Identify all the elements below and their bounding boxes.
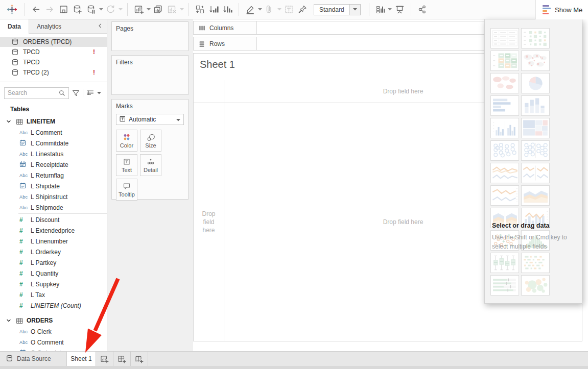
chevron-down-icon[interactable]: [276, 3, 282, 16]
pause-auto-updates-button[interactable]: [84, 3, 98, 16]
show-me-thumbnail-discrete-lines[interactable]: [521, 163, 550, 183]
field-item[interactable]: L Receiptdate: [0, 159, 107, 170]
field-item[interactable]: #L Linenumber: [0, 236, 107, 247]
duplicate-sheet-button[interactable]: [151, 3, 165, 16]
sort-ascending-button[interactable]: [207, 3, 221, 16]
show-me-button[interactable]: Show Me: [535, 0, 588, 19]
swap-rows-columns-button[interactable]: [193, 3, 207, 16]
fit-dropdown[interactable]: Standard: [314, 4, 361, 15]
chevron-down-icon[interactable]: [387, 3, 393, 16]
chevron-down-icon[interactable]: [257, 3, 263, 16]
tab-data[interactable]: Data: [0, 19, 29, 34]
chevron-down-icon[interactable]: [117, 3, 123, 16]
field-item[interactable]: #L Tax: [0, 289, 107, 300]
show-me-thumbnail-filled-map[interactable]: [490, 73, 519, 93]
highlight-button[interactable]: [243, 3, 257, 16]
sort-descending-button[interactable]: [221, 3, 234, 16]
show-me-thumbnail-box-and-whisker[interactable]: [490, 253, 519, 273]
table-header[interactable]: ORDERS: [0, 315, 107, 326]
group-members-button[interactable]: [263, 3, 276, 16]
run-auto-updates-button[interactable]: [104, 3, 117, 16]
show-me-thumbnail-dual-lines[interactable]: [490, 185, 519, 206]
show-me-thumbnail-text-table[interactable]: [490, 28, 519, 48]
color-button[interactable]: Color: [116, 130, 137, 152]
show-me-thumbnail-side-by-side-bars[interactable]: [490, 118, 519, 138]
field-item[interactable]: AbcL Linestatus: [0, 149, 107, 159]
show-mark-labels-button[interactable]: [282, 3, 296, 16]
field-item[interactable]: #L Orderkey: [0, 247, 107, 257]
show-me-thumbnail-symbol-map[interactable]: [521, 51, 550, 71]
mark-type-dropdown[interactable]: Automatic: [116, 114, 184, 125]
show-me-thumbnail-stacked-bars[interactable]: [521, 95, 550, 116]
new-dashboard-button[interactable]: [113, 352, 131, 366]
field-item[interactable]: #L Extendedprice: [0, 225, 107, 236]
abc-icon: Abc: [19, 152, 31, 157]
field-item[interactable]: #L Quantity: [0, 268, 107, 279]
new-worksheet-button[interactable]: [96, 352, 113, 366]
show-me-thumbnail-packed-bubbles[interactable]: [521, 275, 550, 296]
chevron-down-icon[interactable]: [179, 3, 184, 16]
datasource-item[interactable]: TPCD!: [0, 47, 107, 57]
field-item[interactable]: AbcO Clerk: [0, 326, 107, 337]
data-source-tab[interactable]: Data Source: [0, 352, 67, 366]
pages-shelf[interactable]: Pages: [111, 21, 189, 51]
show-me-thumbnail-treemap[interactable]: [521, 118, 550, 138]
sheet1-tab[interactable]: Sheet 1: [67, 352, 96, 366]
field-item[interactable]: O Orderdate: [0, 348, 107, 351]
size-button[interactable]: Size: [140, 130, 161, 152]
redo-button[interactable]: [43, 3, 57, 16]
show-me-thumbnail-heat-map[interactable]: [521, 28, 550, 48]
collapse-pane-button[interactable]: [93, 19, 107, 33]
fix-axes-button[interactable]: [296, 3, 310, 16]
datasource-item[interactable]: ORDERS (TPCD): [0, 37, 107, 47]
field-item[interactable]: AbcO Comment: [0, 337, 107, 348]
chevron-down-icon[interactable]: [349, 5, 360, 15]
view-options-caret-icon[interactable]: [97, 92, 101, 94]
new-story-button[interactable]: [131, 352, 148, 366]
datasource-item[interactable]: TPCD (2)!: [0, 67, 107, 78]
clear-sheet-button[interactable]: [165, 3, 179, 16]
text-button[interactable]: Text: [116, 154, 137, 176]
chevron-down-icon[interactable]: [5, 318, 12, 323]
chevron-down-icon[interactable]: [146, 3, 151, 16]
show-me-thumbnail-gantt-chart[interactable]: [521, 253, 550, 273]
field-item[interactable]: #L Suppkey: [0, 279, 107, 289]
field-item[interactable]: #L Discount: [0, 214, 107, 225]
show-me-thumbnail-pie-chart[interactable]: [521, 73, 550, 93]
drop-zone-rows[interactable]: Drop field here: [194, 103, 224, 341]
show-me-thumbnail-highlight-table[interactable]: [490, 51, 519, 71]
show-me-thumbnail-horizontal-bars[interactable]: [490, 95, 519, 116]
presentation-mode-button[interactable]: [393, 3, 407, 16]
new-worksheet-button[interactable]: [132, 3, 146, 16]
field-item[interactable]: AbcL Returnflag: [0, 170, 107, 181]
field-item[interactable]: AbcL Shipinstruct: [0, 191, 107, 202]
field-item[interactable]: #LINEITEM (Count): [0, 300, 107, 311]
share-workbook-button[interactable]: [415, 3, 429, 16]
field-item[interactable]: AbcL Comment: [0, 127, 107, 138]
new-data-source-button[interactable]: [70, 3, 84, 16]
datasource-item[interactable]: TPCD: [0, 57, 107, 67]
undo-button[interactable]: [29, 3, 43, 16]
show-me-thumbnail-area-chart-continuous[interactable]: [521, 185, 550, 206]
field-item[interactable]: #L Partkey: [0, 257, 107, 268]
search-box[interactable]: [4, 87, 69, 99]
chevron-down-icon[interactable]: [5, 119, 12, 124]
field-item[interactable]: L Shipdate: [0, 181, 107, 191]
view-options-icon[interactable]: [86, 90, 94, 96]
field-item[interactable]: AbcL Shipmode: [0, 202, 107, 213]
filters-shelf[interactable]: Filters: [111, 55, 189, 95]
chevron-down-icon[interactable]: [98, 3, 104, 16]
show-me-thumbnail-continuous-lines[interactable]: [490, 163, 519, 183]
save-button[interactable]: [57, 3, 70, 16]
field-item[interactable]: L Commitdate: [0, 138, 107, 149]
detail-button[interactable]: Detail: [140, 154, 161, 176]
search-input[interactable]: [8, 89, 59, 96]
tab-analytics[interactable]: Analytics: [29, 19, 69, 33]
show-hide-cards-button[interactable]: [373, 3, 387, 16]
show-me-thumbnail-bullet-graph[interactable]: [490, 275, 519, 296]
filter-fields-icon[interactable]: [72, 90, 80, 96]
show-me-thumbnail-circle-views[interactable]: [490, 140, 519, 161]
table-header[interactable]: LINEITEM: [0, 116, 107, 127]
tooltip-button[interactable]: Tooltip: [116, 179, 137, 201]
show-me-thumbnail-side-by-side-circles[interactable]: [521, 140, 550, 161]
